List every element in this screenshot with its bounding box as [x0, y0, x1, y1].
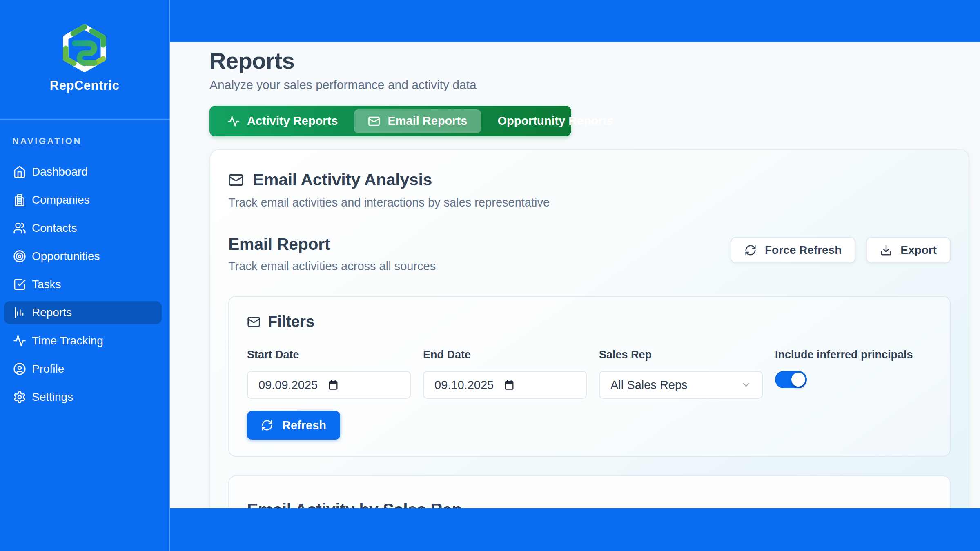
sidebar-nav: NAVIGATION Dashboard Companies Contacts …	[0, 120, 169, 409]
nav-section-label: NAVIGATION	[12, 136, 162, 147]
mail-icon	[247, 315, 261, 329]
force-refresh-button[interactable]: Force Refresh	[731, 237, 855, 263]
mail-icon	[228, 172, 244, 188]
include-inferred-toggle[interactable]	[775, 371, 807, 388]
refresh-button[interactable]: Refresh	[247, 411, 340, 440]
mail-icon	[368, 115, 380, 127]
export-button[interactable]: Export	[866, 237, 951, 263]
filters-card: Filters Start Date 09.09.2025 End Date 0…	[228, 296, 951, 457]
include-inferred-label: Include inferred principals	[775, 349, 932, 361]
tab-activity-reports[interactable]: Activity Reports	[214, 109, 352, 133]
sidebar-item-label: Contacts	[32, 222, 77, 235]
sidebar-item-label: Tasks	[32, 278, 61, 291]
end-date-input[interactable]: 09.10.2025	[423, 371, 587, 399]
report-tabs: Activity Reports Email Reports Opportuni…	[209, 106, 571, 136]
calendar-icon	[327, 379, 339, 391]
sales-rep-label: Sales Rep	[599, 349, 763, 361]
force-refresh-label: Force Refresh	[765, 244, 842, 257]
end-date-field: End Date 09.10.2025	[423, 349, 587, 399]
check-square-icon	[13, 278, 26, 291]
include-inferred-field: Include inferred principals	[775, 349, 932, 399]
download-icon	[880, 244, 892, 256]
end-date-value: 09.10.2025	[434, 378, 494, 392]
start-date-label: Start Date	[247, 349, 411, 361]
sales-rep-field: Sales Rep All Sales Reps	[599, 349, 763, 399]
activity-icon	[13, 334, 26, 347]
sidebar-item-companies[interactable]: Companies	[4, 189, 162, 211]
home-icon	[13, 165, 26, 178]
end-date-label: End Date	[423, 349, 587, 361]
app-name: RepCentric	[50, 78, 119, 93]
user-circle-icon	[13, 362, 26, 375]
sidebar-item-contacts[interactable]: Contacts	[4, 217, 162, 240]
sidebar-item-dashboard[interactable]: Dashboard	[4, 160, 162, 183]
section-subtitle: Track email activities across all source…	[228, 260, 436, 273]
email-activity-by-sales-rep-card: Email Activity by Sales Rep Summary of e…	[228, 475, 951, 508]
tab-label: Activity Reports	[247, 114, 338, 128]
users-icon	[13, 222, 26, 235]
card-title: Email Activity Analysis	[253, 170, 432, 189]
start-date-input[interactable]: 09.09.2025	[247, 371, 411, 399]
tab-label: Opportunity Reports	[497, 114, 613, 128]
activity-icon	[227, 115, 240, 127]
toggle-knob	[791, 373, 805, 387]
logo-icon	[60, 24, 109, 75]
sidebar-item-time-tracking[interactable]: Time Tracking	[4, 329, 162, 352]
card-subtitle: Track email activities and interactions …	[228, 196, 951, 209]
refresh-label: Refresh	[282, 419, 326, 432]
sidebar-item-label: Profile	[32, 362, 64, 375]
start-date-value: 09.09.2025	[258, 378, 318, 392]
sidebar-item-label: Opportunities	[32, 250, 100, 263]
page-subtitle: Analyze your sales performance and activ…	[209, 78, 969, 92]
target-icon	[13, 250, 26, 263]
building-icon	[13, 193, 26, 207]
refresh-icon	[261, 419, 273, 431]
refresh-icon	[744, 244, 757, 256]
email-activity-analysis-card: Email Activity Analysis Track email acti…	[209, 149, 969, 508]
export-label: Export	[900, 244, 937, 257]
page-title: Reports	[209, 48, 969, 74]
filters-title: Filters	[268, 313, 314, 331]
sidebar: RepCentric NAVIGATION Dashboard Companie…	[0, 0, 170, 551]
section-title: Email Report	[228, 235, 436, 254]
chevron-down-icon	[741, 380, 751, 390]
tab-opportunity-reports[interactable]: Opportunity Reports	[483, 109, 627, 133]
sidebar-item-tasks[interactable]: Tasks	[4, 273, 162, 296]
gear-icon	[13, 391, 26, 404]
tab-email-reports[interactable]: Email Reports	[354, 109, 481, 133]
calendar-icon	[503, 379, 515, 391]
sidebar-item-opportunities[interactable]: Opportunities	[4, 245, 162, 268]
sales-rep-select[interactable]: All Sales Reps	[599, 371, 763, 399]
sidebar-item-label: Reports	[32, 306, 72, 319]
summary-title: Email Activity by Sales Rep	[247, 500, 932, 508]
bar-chart-icon	[13, 306, 26, 319]
sidebar-item-label: Dashboard	[32, 165, 88, 178]
sales-rep-value: All Sales Reps	[610, 378, 688, 392]
sidebar-item-reports[interactable]: Reports	[4, 301, 162, 324]
sidebar-item-label: Settings	[32, 391, 73, 404]
sidebar-item-label: Companies	[32, 193, 90, 207]
sidebar-item-label: Time Tracking	[32, 334, 103, 347]
tab-label: Email Reports	[388, 114, 467, 128]
sidebar-item-settings[interactable]: Settings	[4, 386, 162, 409]
start-date-field: Start Date 09.09.2025	[247, 349, 411, 399]
main-content: Reports Analyze your sales performance a…	[170, 42, 980, 508]
logo-block: RepCentric	[0, 0, 169, 120]
sidebar-item-profile[interactable]: Profile	[4, 358, 162, 380]
